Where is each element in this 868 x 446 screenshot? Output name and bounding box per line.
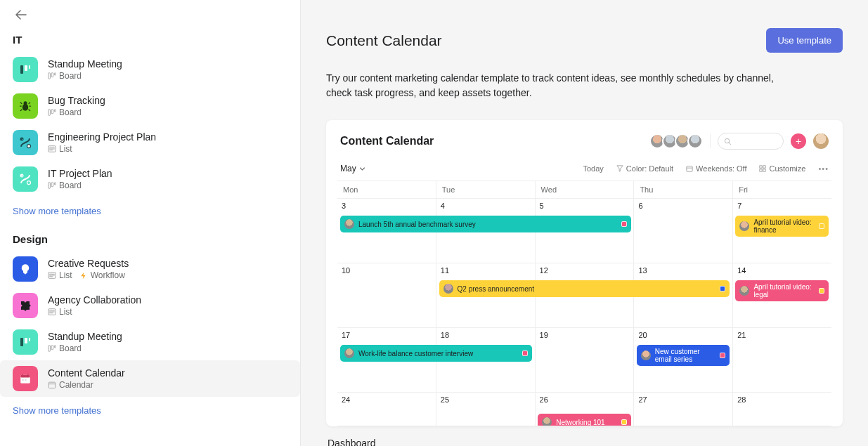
template-item[interactable]: Bug TrackingBoard <box>0 88 300 124</box>
route-light-icon: ✕ <box>13 166 38 192</box>
calendar-event[interactable]: Work-life balance customer interview <box>340 345 532 362</box>
member-avatar[interactable] <box>687 133 703 149</box>
template-type-badge: List <box>48 144 72 154</box>
event-badge <box>819 223 824 229</box>
svg-rect-35 <box>25 379 26 381</box>
template-preview: Content Calendar + May Today <box>326 120 843 426</box>
svg-rect-29 <box>54 346 56 348</box>
template-name: Creative Requests <box>48 258 129 269</box>
svg-rect-2 <box>29 65 30 69</box>
event-assignee-avatar <box>344 219 354 229</box>
template-description: Try our content marketing calendar templ… <box>326 71 790 100</box>
calendar-week-row: 34567Launch 5th annual benchmark surveyA… <box>337 199 831 263</box>
template-item[interactable]: Standup MeetingBoard <box>0 51 300 88</box>
calendar-day-cell[interactable]: 6 <box>633 199 732 263</box>
svg-rect-40 <box>763 166 765 168</box>
event-badge <box>621 419 627 425</box>
calendar-day-cell[interactable]: 27 <box>633 393 732 426</box>
calendar-event[interactable]: Networking 101 <box>538 414 631 426</box>
template-type-badge: Board <box>48 107 82 117</box>
svg-rect-25 <box>25 338 27 343</box>
route-dark-icon: ✕ <box>13 130 38 155</box>
event-badge <box>522 350 528 356</box>
template-type-badge: List <box>48 270 72 280</box>
template-item[interactable]: Content CalendarCalendar <box>0 360 300 397</box>
svg-text:✕: ✕ <box>21 138 23 141</box>
show-more-link[interactable]: Show more templates <box>0 197 300 225</box>
calendar-event[interactable]: April tutorial video: finance <box>735 216 829 237</box>
event-label: Work-life balance customer interview <box>358 350 518 358</box>
preview-title: Content Calendar <box>340 135 434 147</box>
weekday-header: Mon <box>337 181 436 199</box>
event-badge <box>819 288 824 294</box>
calendar-event[interactable]: Q2 press announcement <box>439 280 730 297</box>
template-item[interactable]: ✕IT Project PlanBoard <box>0 161 300 197</box>
svg-rect-1 <box>25 65 27 71</box>
svg-rect-19 <box>51 183 53 187</box>
weekday-header: Tue <box>436 181 535 199</box>
event-assignee-avatar <box>344 348 354 358</box>
svg-rect-26 <box>29 338 30 341</box>
event-assignee-avatar <box>739 221 749 231</box>
puzzle-icon <box>13 293 38 318</box>
calendar-day-cell[interactable]: 10 <box>337 263 436 327</box>
event-assignee-avatar <box>542 417 552 426</box>
svg-rect-27 <box>48 346 51 352</box>
funnel-icon <box>616 165 623 172</box>
event-assignee-avatar <box>641 350 651 360</box>
add-button[interactable]: + <box>791 133 806 149</box>
chevron-down-icon <box>359 166 365 172</box>
month-selector[interactable]: May <box>340 164 365 173</box>
svg-rect-34 <box>22 379 24 381</box>
template-name: Bug Tracking <box>48 95 105 106</box>
template-item[interactable]: ✕Engineering Project PlanList <box>0 124 300 161</box>
kanban-icon <box>13 329 38 355</box>
calendar-day-cell[interactable]: 19 <box>535 328 634 392</box>
template-item[interactable]: Agency CollaborationList <box>0 287 300 324</box>
page-title: Content Calendar <box>326 32 442 49</box>
calendar-event[interactable]: April tutorial video: legal <box>735 280 829 301</box>
bulb-icon <box>13 256 38 282</box>
template-name: Standup Meeting <box>48 58 122 70</box>
calendar-icon <box>686 165 693 172</box>
template-item[interactable]: Standup MeetingBoard <box>0 324 300 360</box>
template-name: Standup Meeting <box>48 331 122 342</box>
calendar-day-cell[interactable]: 28 <box>732 393 831 426</box>
calendar-event[interactable]: New customer email series <box>637 345 730 366</box>
weekends-toggle[interactable]: Weekends: Off <box>686 164 746 173</box>
calendar-event[interactable]: Launch 5th annual benchmark survey <box>340 216 631 232</box>
bug-icon <box>13 93 38 119</box>
event-badge <box>720 353 725 358</box>
calendar-day-cell[interactable]: 25 <box>436 393 535 426</box>
svg-rect-39 <box>760 166 762 168</box>
color-filter[interactable]: Color: Default <box>616 164 673 173</box>
event-label: Networking 101 <box>556 419 617 426</box>
show-more-link[interactable]: Show more templates <box>0 397 300 424</box>
svg-rect-41 <box>760 169 762 171</box>
template-detail: Content Calendar Use template Try our co… <box>301 0 868 446</box>
calendar-grid: MonTueWedThuFri 34567Launch 5th annual b… <box>337 181 831 426</box>
calendar-day-cell[interactable]: 21 <box>732 328 831 392</box>
calendar-day-cell[interactable]: 24 <box>337 393 436 426</box>
event-label: New customer email series <box>655 348 716 364</box>
section-title: IT <box>0 25 300 51</box>
search-input[interactable] <box>718 133 784 150</box>
svg-rect-20 <box>54 183 56 185</box>
back-button[interactable] <box>0 0 300 25</box>
svg-rect-18 <box>48 183 51 189</box>
more-menu[interactable]: ••• <box>818 164 829 173</box>
template-name: IT Project Plan <box>48 168 112 179</box>
svg-text:✕: ✕ <box>21 174 23 178</box>
template-name: Content Calendar <box>48 367 125 379</box>
separator <box>710 134 711 148</box>
svg-rect-42 <box>763 169 765 171</box>
use-template-button[interactable]: Use template <box>766 28 843 53</box>
svg-rect-3 <box>48 73 51 79</box>
template-item[interactable]: Creative RequestsListWorkflow <box>0 251 300 287</box>
current-user-avatar[interactable] <box>813 133 829 149</box>
calendar-week-row: 1718192021Work-life balance customer int… <box>337 328 831 393</box>
member-avatars <box>652 133 703 149</box>
svg-rect-32 <box>22 374 24 376</box>
today-button[interactable]: Today <box>583 164 603 173</box>
customize-button[interactable]: Customize <box>759 164 805 173</box>
